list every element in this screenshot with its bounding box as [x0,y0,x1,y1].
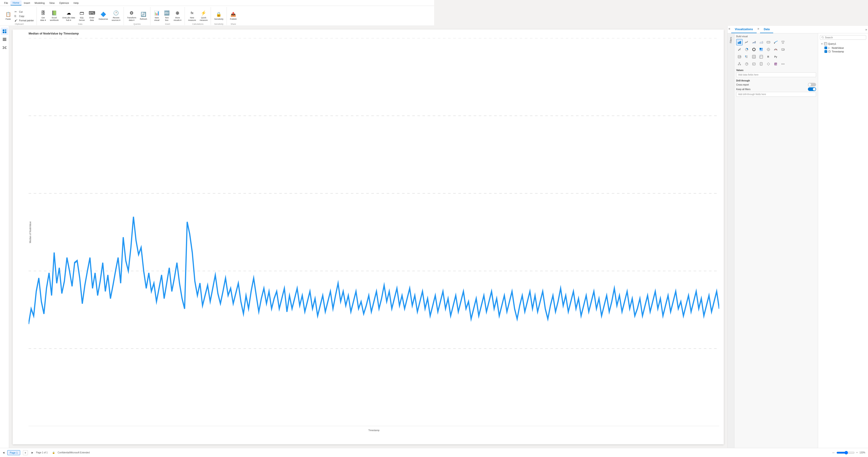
publish-button[interactable]: 📤 Publish [228,9,238,23]
canvas-page: Median of NodeValue by Timestamp Median … [13,30,434,228]
share-buttons: 📤 Publish [228,7,238,23]
model-view-button[interactable] [1,44,8,51]
excel-label: Excelworkbook [50,17,59,22]
clipboard-buttons: 📋 Paste ✂ Cut ⎘ Copy 🖌 Format painter [4,7,35,23]
publish-label: Publish [230,18,237,21]
quick-measure-label: Quickmeasure [199,17,208,22]
menu-file[interactable]: File [2,1,10,5]
get-data-icon: 🗄 [40,10,46,16]
refresh-button[interactable]: 🔄 Refresh [138,9,149,23]
text-box-icon: 🔤 [163,10,170,16]
data-buttons: 🗄 Getdata ▾ 📗 Excelworkbook ☁ OneLake da… [38,7,122,23]
copy-icon: ⎘ [14,14,18,18]
format-painter-button[interactable]: 🖌 Format painter [13,19,35,23]
ribbon-group-share: 📤 Publish Share [227,7,240,25]
left-sidebar [0,26,9,228]
ribbon-group-queries: ⚙ Transformdata ▾ 🔄 Refresh Queries [124,7,150,25]
cut-button[interactable]: ✂ Cut [13,10,35,14]
menu-help[interactable]: Help [71,1,81,5]
paste-icon: 📋 [5,11,11,18]
refresh-icon: 🔄 [141,11,147,18]
menu-bar: File Home Insert Modeling View Optimize … [0,0,434,6]
chart-svg: 8,000 7,500 7,000 6,500 6,000 15:20 15:3… [29,38,434,228]
clipboard-group-label: Clipboard [4,23,35,25]
refresh-label: Refresh [140,18,147,21]
report-view-button[interactable] [1,28,8,35]
svg-rect-1 [5,30,6,30]
chart-container[interactable]: Median of NodeValue by Timestamp Median … [17,32,434,228]
onelake-label: OneLake datahub ▾ [62,17,75,22]
svg-rect-2 [5,31,6,31]
recent-sources-label: Recentsources ▾ [112,17,120,22]
get-data-label: Getdata ▾ [40,17,46,22]
insert-buttons: 📊 Newvisual 🔤 Textbox ⊕ Morevisuals ▾ [152,7,183,23]
transform-icon: ⚙ [128,10,135,16]
new-visual-button[interactable]: 📊 Newvisual [152,9,161,23]
sensitivity-icon: 🔒 [216,11,222,18]
onelake-icon: ☁ [66,10,72,16]
copy-label: Copy [19,15,24,18]
svg-point-8 [4,47,5,48]
svg-rect-3 [3,32,4,33]
menu-home[interactable]: Home [10,0,22,5]
menu-insert[interactable]: Insert [22,1,32,5]
sensitivity-label: Sensitivity [214,18,223,21]
data-view-button[interactable] [1,36,8,43]
more-visuals-icon: ⊕ [175,10,181,16]
get-data-button[interactable]: 🗄 Getdata ▾ [38,9,48,23]
enter-data-button[interactable]: ⌨ Enterdata [87,9,96,23]
menu-view[interactable]: View [47,1,57,5]
enter-data-icon: ⌨ [89,10,95,16]
more-visuals-button[interactable]: ⊕ Morevisuals ▾ [172,9,183,23]
chart-y-axis-label: Median of NodeValue [20,38,41,228]
quick-measure-button[interactable]: ⚡ Quickmeasure [198,9,209,23]
sensitivity-buttons: 🔒 Sensitivity [213,7,225,23]
queries-group-label: Queries [126,23,148,25]
sql-icon: 🗃 [79,10,85,16]
dataverse-button[interactable]: 🔷 Dataverse [97,9,109,23]
menu-optimize[interactable]: Optimize [57,1,71,5]
publish-icon: 📤 [230,11,237,18]
menu-modeling[interactable]: Modeling [32,1,47,5]
excel-button[interactable]: 📗 Excelworkbook [49,9,60,23]
paste-button[interactable]: 📋 Paste [4,9,13,23]
text-box-button[interactable]: 🔤 Textbox [162,9,171,23]
svg-rect-5 [3,38,6,38]
svg-rect-6 [3,39,6,40]
dataverse-label: Dataverse [99,18,108,21]
insert-group-label: Insert [152,23,183,25]
ribbon-group-insert: 📊 Newvisual 🔤 Textbox ⊕ Morevisuals ▾ In… [150,7,185,25]
data-group-label: Data [38,23,122,25]
new-visual-label: Newvisual [154,17,159,22]
sql-button[interactable]: 🗃 SQLServer [78,9,86,23]
ribbon-group-clipboard: 📋 Paste ✂ Cut ⎘ Copy 🖌 Format painter Cl… [2,7,37,25]
chart-y-label-text: Median of NodeValue [29,221,32,228]
chart-title: Median of NodeValue by Timestamp [29,32,434,35]
new-visual-icon: 📊 [154,10,160,16]
onelake-button[interactable]: ☁ OneLake datahub ▾ [61,9,77,23]
calculations-group-label: Calculations [187,23,209,25]
quick-measure-icon: ⚡ [200,10,207,16]
new-measure-button[interactable]: fx Newmeasure [187,9,197,23]
svg-rect-0 [3,30,4,31]
ribbon: 📋 Paste ✂ Cut ⎘ Copy 🖌 Format painter Cl… [0,6,434,26]
sql-label: SQLServer [79,17,85,22]
new-measure-icon: fx [189,10,195,16]
excel-icon: 📗 [51,10,57,16]
transform-label: Transformdata ▾ [127,17,136,22]
format-painter-icon: 🖌 [14,19,18,22]
recent-sources-button[interactable]: 🕐 Recentsources ▾ [110,9,122,23]
chart-inner: Median of NodeValue 8,000 7,500 7,000 6,… [29,38,434,228]
recent-sources-icon: 🕐 [113,10,119,16]
calculations-buttons: fx Newmeasure ⚡ Quickmeasure [187,7,209,23]
canvas-area: Median of NodeValue by Timestamp Median … [9,26,434,228]
transform-data-button[interactable]: ⚙ Transformdata ▾ [126,9,138,23]
cut-label: Cut [19,11,23,13]
clipboard-small-buttons: ✂ Cut ⎘ Copy 🖌 Format painter [13,10,35,23]
cut-icon: ✂ [14,10,18,13]
sensitivity-button[interactable]: 🔒 Sensitivity [213,9,225,23]
dataverse-icon: 🔷 [100,11,106,18]
copy-button[interactable]: ⎘ Copy [13,14,35,18]
svg-rect-4 [5,32,6,33]
ribbon-group-sensitivity: 🔒 Sensitivity Sensitivity [211,7,227,25]
